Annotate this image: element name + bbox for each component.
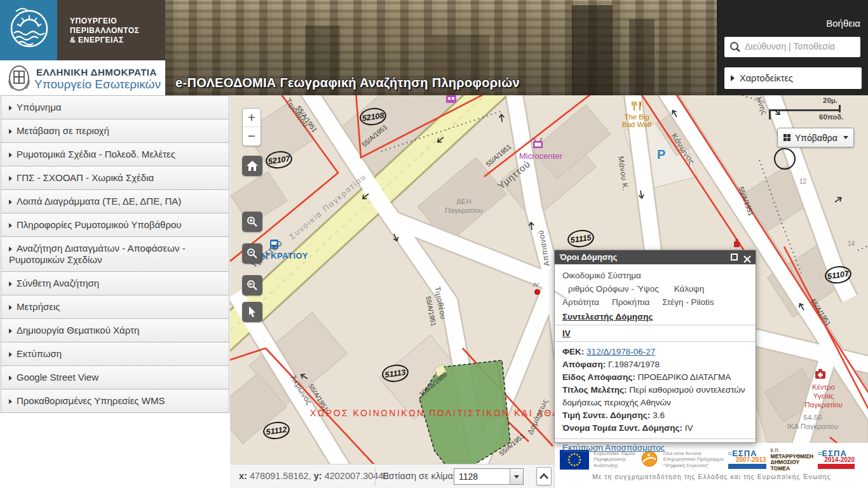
shop-icon-partial — [446, 95, 456, 103]
address-search-box — [724, 37, 860, 57]
sidebar-item-wms[interactable]: Προκαθορισμένες Υπηρεσίες WMS — [1, 390, 229, 413]
sidebar-item-legend[interactable]: Υπόμνημα — [1, 95, 229, 119]
health-line3: Παγκρατίου — [801, 400, 846, 409]
zoom-in-box-button[interactable] — [242, 212, 262, 232]
maximize-icon[interactable] — [731, 254, 738, 261]
print-excerpt-row: Εκτύπωση Αποσπάσματος — [555, 438, 756, 456]
espa-strip — [818, 464, 855, 469]
zone-iv-tiny-label: IV — [533, 281, 539, 288]
select-pointer-button[interactable] — [242, 302, 262, 322]
link-coverage[interactable]: Κάλυψη — [674, 284, 705, 294]
bookmarks-button[interactable]: Χαρτοδείκτες — [724, 67, 862, 89]
sidebar-item-decree-search[interactable]: Αναζήτηση Διαταγμάτων - Αποφάσεων - Ρυμο… — [1, 237, 229, 272]
decision-label: Απόφαση: — [562, 360, 606, 369]
sidebar-item-print[interactable]: Εκτύπωση — [1, 342, 229, 366]
map-canvas[interactable]: 52108 52107 51113 51112 51115 51107 55/Α… — [230, 95, 868, 488]
sidebar-item-town-plans[interactable]: Ρυμοτομικά Σχέδια - Πολεοδ. Μελέτες — [1, 143, 229, 166]
parking-label: P — [657, 147, 665, 162]
close-icon[interactable] — [743, 254, 751, 268]
public-sector-reform-text: Ε.Π. ΜΕΤΑΡΡΥΘΜΙΣΗ ΔΗΜΟΣΙΟΥ ΤΟΜΕΑ — [771, 447, 813, 471]
previous-extent-button[interactable] — [242, 275, 262, 295]
sidebar: Υπόμνημα Μετάβαση σε περιοχή Ρυμοτομικά … — [0, 95, 230, 488]
env-line2: ΠΕΡΙΒΑΛΛΟΝΤΟΣ — [70, 26, 165, 36]
link-floors-height[interactable]: Αριθμός Ορόφων - Ύψος — [562, 284, 659, 294]
expand-arrow-icon — [731, 75, 735, 81]
zoom-out-button[interactable]: − — [243, 127, 261, 146]
sidebar-item-other-diagrams[interactable]: Λοιπά Διαγράμματα (ΤΕ, ΔΕ, ΔΠΕ, ΠΑ) — [1, 190, 229, 214]
popup-body: Οικοδομικό Σύστημα Αριθμός Ορόφων - Ύψος… — [555, 264, 756, 456]
selected-point-marker — [534, 289, 540, 295]
header: ΥΠΟΥΡΓΕΙΟ ΠΕΡΙΒΑΛΛΟΝΤΟΣ & ΕΝΕΡΓΕΙΑΣ ΕΛΛΗ… — [0, 0, 868, 95]
chevron-down-icon — [843, 136, 848, 139]
scale-dropdown-button[interactable] — [510, 469, 523, 484]
page: ΥΠΟΥΡΓΕΙΟ ΠΕΡΙΒΑΛΛΟΝΤΟΣ & ΕΝΕΡΓΕΙΑΣ ΕΛΛΗ… — [0, 0, 868, 488]
link-building-system[interactable]: Οικοδομικό Σύστημα — [562, 271, 641, 280]
fek-label: ΦΕΚ: — [562, 347, 584, 356]
ika-label: 54-56 ΙΚΑ Παγκρατίου — [784, 413, 841, 431]
print-excerpt-link[interactable]: Εκτύπωση Αποσπάσματος — [562, 443, 665, 452]
decision-type-value: ΠΡΟΕΔΡΙΚΟ ΔΙΑΤΑΓΜΑ — [638, 372, 731, 382]
link-zone-iv[interactable]: IV — [555, 327, 756, 342]
sidebar-item-gps-schooap[interactable]: ΓΠΣ - ΣΧΟΟΑΠ - Χωρικά Σχέδια — [1, 166, 229, 190]
environment-ministry-logo — [0, 0, 57, 60]
zoom-out-box-button[interactable] — [242, 243, 262, 264]
magnifier-plus-icon — [247, 216, 258, 227]
decision-type-label: Είδος Απόφασης: — [562, 372, 635, 382]
sidebar-item-label: Πληροφορίες Ρυμοτομικού Υποβάθρου — [17, 219, 182, 230]
y-label: y: — [314, 471, 322, 481]
layers-grid-icon — [783, 134, 790, 141]
cofinance-caption: Με τη συγχρηματοδότηση της Ελλάδας και τ… — [555, 473, 868, 480]
house-number: 14 — [848, 240, 855, 247]
sidebar-item-measurements[interactable]: Μετρήσεις — [1, 295, 229, 319]
chevron-right-icon — [9, 129, 12, 134]
fek-link[interactable]: 312/Δ/1978-06-27 — [587, 347, 655, 356]
home-icon — [247, 161, 258, 171]
magnifier-minus-icon — [247, 248, 258, 259]
search-input[interactable] — [745, 37, 857, 55]
sector-name-value: IV — [685, 423, 693, 433]
link-building-coefficient[interactable]: Συντελεστής Δόμησης — [555, 310, 756, 325]
help-link[interactable]: Βοήθεια — [826, 18, 860, 29]
sidebar-item-label: Μετρήσεις — [17, 301, 60, 312]
scale-meters-label: 20μ. — [823, 97, 837, 104]
sidebar-item-advanced-search[interactable]: Σύνθετη Αναζήτηση — [1, 272, 229, 295]
espa-swoosh-icon: ≈ — [818, 449, 822, 458]
sidebar-item-street-view[interactable]: Google Street View — [1, 366, 229, 390]
collapse-statusbar-button[interactable] — [536, 467, 552, 485]
scale-select[interactable]: 1128 — [454, 468, 524, 485]
basemap-selector-button[interactable]: Υπόβαθρα — [777, 128, 854, 147]
link-integrity[interactable]: Αρτιότητα — [562, 297, 599, 307]
home-extent-button[interactable] — [242, 156, 262, 176]
sidebar-item-label: Υπόμνημα — [17, 102, 62, 112]
y-value: 4202007.30440 — [325, 471, 389, 481]
espa-2014-logo: ≈ΕΣΠΑ 2014-2020 — [818, 450, 855, 469]
scale-bar-tick — [839, 105, 841, 112]
sector-name-label: Όνομα Τομέα Συντ. Δόμησης: — [562, 423, 682, 433]
popup-attribute-links: Οικοδομικό Σύστημα Αριθμός Ορόφων - Ύψος… — [562, 269, 748, 309]
restaurant-line1: The Big — [618, 113, 656, 121]
scale-bar-line — [769, 109, 841, 111]
government-strip: ΕΛΛΗΝΙΚΗ ΔΗΜΟΚΡΑΤΙΑ Υπουργείο Εσωτερικών — [0, 60, 165, 95]
link-front-gardens[interactable]: Προκήπια — [612, 297, 649, 307]
popup-titlebar: Όροι Δόμησης — [555, 250, 756, 264]
app-title: e-ΠΟΛΕΟΔΟΜΙΑ Γεωγραφική Αναζήτηση Πληροφ… — [175, 76, 520, 90]
sidebar-item-base-info[interactable]: Πληροφορίες Ρυμοτομικού Υποβάθρου — [1, 214, 229, 237]
sidebar-item-label: Google Street View — [17, 372, 98, 383]
espa-strip — [728, 464, 766, 469]
building-silhouette — [629, 19, 654, 95]
chevron-up-icon — [539, 473, 548, 479]
sidebar-item-goto-area[interactable]: Μετάβαση σε περιοχή — [1, 119, 229, 143]
chevron-right-icon — [9, 105, 12, 111]
map-status-bar: x: 478091.58162, y: 4202007.30440 Εστίασ… — [230, 464, 553, 488]
link-roof-pilotis[interactable]: Στέγη - Pilotis — [662, 297, 714, 307]
zoom-in-button[interactable]: + — [243, 109, 261, 127]
sidebar-item-label: Λοιπά Διαγράμματα (ΤΕ, ΔΕ, ΔΠΕ, ΠΑ) — [17, 196, 181, 207]
republic-title: ΕΛΛΗΝΙΚΗ ΔΗΜΟΚΡΑΤΙΑ — [36, 67, 157, 78]
city-photo-banner: e-ΠΟΛΕΟΔΟΜΙΑ Γεωγραφική Αναζήτηση Πληροφ… — [165, 0, 717, 95]
sidebar-item-thematic-map[interactable]: Δημιουργία Θεματικού Χάρτη — [1, 319, 229, 342]
chevron-right-icon — [9, 281, 12, 287]
digital-line3: "Ψηφιακή Σύγκλιση" — [663, 463, 724, 469]
sidebar-item-label: ΓΠΣ - ΣΧΟΟΑΠ - Χωρικά Σχέδια — [17, 172, 154, 183]
chevron-right-icon — [9, 152, 12, 158]
dei-line1: ΔΕΗ — [445, 197, 483, 206]
